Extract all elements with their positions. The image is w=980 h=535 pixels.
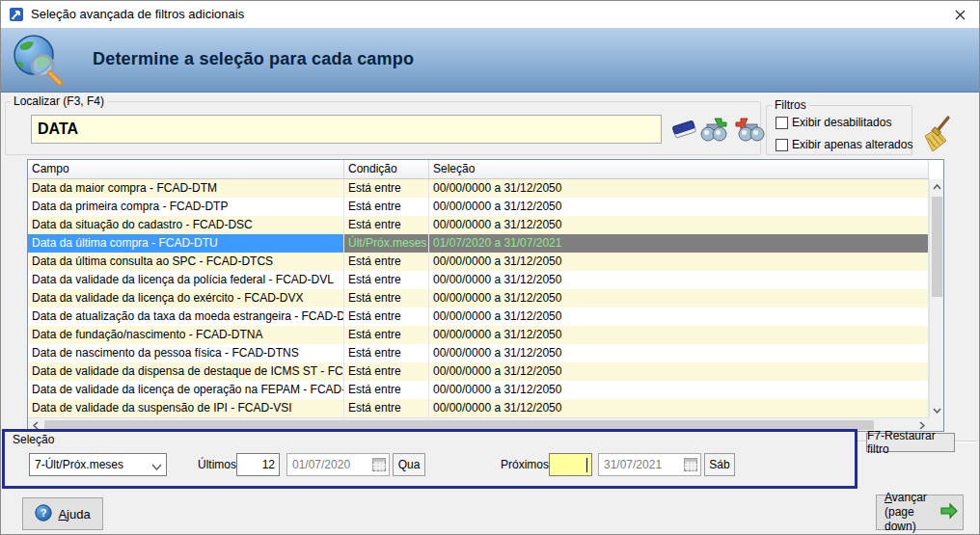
filtros-group-label: Filtros xyxy=(772,98,809,112)
cell-selecao[interactable]: 00/00/0000 a 31/12/2050 xyxy=(429,399,929,417)
broom-icon[interactable] xyxy=(919,115,954,159)
title-bar: Seleção avançada de filtros adicionais xyxy=(1,1,979,28)
cell-condicao[interactable]: Está entre xyxy=(344,326,429,344)
cell-selecao[interactable]: 00/00/0000 a 31/12/2050 xyxy=(429,289,929,308)
table-row[interactable]: Data da situação do cadastro - FCAD-DSC … xyxy=(28,216,929,234)
table-row[interactable]: Data de fundação/nascimento - FCAD-DTNA … xyxy=(28,326,929,344)
cell-campo[interactable]: Data de atualização da taxa da moeda est… xyxy=(28,308,344,326)
table-row[interactable]: Data de validade da suspensão de IPI - F… xyxy=(28,399,929,417)
cell-selecao[interactable]: 00/00/0000 a 31/12/2050 xyxy=(429,179,929,198)
table-row[interactable]: Data de nascimento da pessoa física - FC… xyxy=(28,344,929,362)
cell-campo[interactable]: Data de validade da dispensa de destaque… xyxy=(28,362,344,381)
cell-campo[interactable]: Data da maior compra - FCAD-DTM xyxy=(28,179,344,198)
checkbox-exibir-desabilitados-label[interactable]: Exibir desabilitados xyxy=(792,116,891,129)
cell-condicao[interactable]: Está entre xyxy=(344,308,429,326)
fields-table: Campo Condição Seleção Data da maior com… xyxy=(27,159,944,432)
proximos-input[interactable] xyxy=(549,453,592,476)
proximos-label: Próximos xyxy=(501,458,549,471)
chevron-down-icon xyxy=(151,460,162,473)
scroll-up-icon[interactable] xyxy=(930,179,944,194)
calendar-icon[interactable] xyxy=(684,458,697,474)
table-body: Data da maior compra - FCAD-DTM Está ent… xyxy=(28,179,929,417)
svg-text:?: ? xyxy=(41,507,47,519)
cell-condicao[interactable]: Últ/Próx.meses xyxy=(344,234,429,253)
binoculars-next-icon[interactable] xyxy=(699,117,730,147)
help-button-label: Ajuda xyxy=(58,507,90,522)
cell-campo[interactable]: Data da última consulta ao SPC - FCAD-DT… xyxy=(28,253,344,271)
cell-campo[interactable]: Data de validade da suspensão de IPI - F… xyxy=(28,399,344,417)
table-row[interactable]: Data de validade da dispensa de destaque… xyxy=(28,362,929,381)
help-button[interactable]: ? Ajuda xyxy=(22,497,103,530)
cell-condicao[interactable]: Está entre xyxy=(344,253,429,271)
cell-condicao[interactable]: Está entre xyxy=(344,381,429,399)
table-row[interactable]: Data da última consulta ao SPC - FCAD-DT… xyxy=(28,253,929,271)
end-date-field: 31/07/2021 xyxy=(598,453,701,476)
eraser-icon[interactable] xyxy=(670,119,699,147)
globe-search-icon xyxy=(9,32,65,92)
cell-condicao[interactable]: Está entre xyxy=(344,399,429,417)
calendar-icon[interactable] xyxy=(372,458,386,474)
cell-selecao[interactable]: 00/00/0000 a 31/12/2050 xyxy=(429,326,929,344)
scroll-down-icon[interactable] xyxy=(930,403,944,417)
table-row[interactable]: Data da última compra - FCAD-DTU Últ/Pró… xyxy=(28,234,929,253)
cell-campo[interactable]: Data da última compra - FCAD-DTU xyxy=(28,234,344,253)
vertical-scrollbar[interactable] xyxy=(929,179,943,417)
cell-selecao[interactable]: 00/00/0000 a 31/12/2050 xyxy=(429,344,929,362)
cell-condicao[interactable]: Está entre xyxy=(344,289,429,308)
table-row[interactable]: Data de atualização da taxa da moeda est… xyxy=(28,308,929,326)
cell-campo[interactable]: Data da validade da licença do exército … xyxy=(28,289,344,308)
window-icon xyxy=(9,7,24,22)
cell-condicao[interactable]: Está entre xyxy=(344,179,429,198)
cell-campo[interactable]: Data da primeira compra - FCAD-DTP xyxy=(28,198,344,216)
table-row[interactable]: Data de validade da licença de operação … xyxy=(28,381,929,399)
cell-selecao[interactable]: 00/00/0000 a 31/12/2050 xyxy=(429,381,929,399)
cell-selecao[interactable]: 00/00/0000 a 31/12/2050 xyxy=(429,253,929,271)
condition-type-dropdown[interactable]: 7-Últ/Próx.meses xyxy=(29,453,167,476)
vertical-scrollbar-thumb[interactable] xyxy=(932,197,942,297)
cell-selecao[interactable]: 00/00/0000 a 31/12/2050 xyxy=(429,198,929,216)
cell-condicao[interactable]: Está entre xyxy=(344,271,429,289)
page-title: Determine a seleção para cada campo xyxy=(93,49,414,69)
help-icon: ? xyxy=(35,504,52,524)
window-title: Seleção avançada de filtros adicionais xyxy=(31,7,244,21)
column-header-condicao[interactable]: Condição xyxy=(344,160,429,178)
cell-campo[interactable]: Data da situação do cadastro - FCAD-DSC xyxy=(28,216,344,234)
column-header-campo[interactable]: Campo xyxy=(28,160,344,178)
condition-type-value: 7-Últ/Próx.meses xyxy=(35,458,123,471)
search-input[interactable] xyxy=(31,115,662,144)
checkbox-exibir-apenas-alterados[interactable] xyxy=(776,139,788,151)
cell-condicao[interactable]: Está entre xyxy=(344,216,429,234)
cell-selecao[interactable]: 00/00/0000 a 31/12/2050 xyxy=(429,308,929,326)
table-row[interactable]: Data da primeira compra - FCAD-DTP Está … xyxy=(28,198,929,216)
text-caret xyxy=(586,458,587,472)
cell-campo[interactable]: Data de fundação/nascimento - FCAD-DTNA xyxy=(28,326,344,344)
cell-condicao[interactable]: Está entre xyxy=(344,344,429,362)
cell-selecao[interactable]: 00/00/0000 a 31/12/2050 xyxy=(429,362,929,381)
arrow-right-icon xyxy=(939,502,959,522)
table-row[interactable]: Data da maior compra - FCAD-DTM Está ent… xyxy=(28,179,929,198)
close-icon[interactable] xyxy=(950,6,969,23)
table-row[interactable]: Data da validade da licença do exército … xyxy=(28,289,929,308)
ultimos-input[interactable] xyxy=(236,453,280,476)
filtros-group: Filtros Exibir desabilitados Exibir apen… xyxy=(766,105,912,155)
cell-campo[interactable]: Data de validade da licença de operação … xyxy=(28,381,344,399)
checkbox-exibir-desabilitados[interactable] xyxy=(776,117,788,129)
cell-selecao[interactable]: 00/00/0000 a 31/12/2050 xyxy=(429,271,929,289)
checkbox-exibir-apenas-alterados-label[interactable]: Exibir apenas alterados xyxy=(792,138,912,151)
restore-filter-button[interactable]: F7-Restaurar filtro xyxy=(866,433,955,452)
cell-condicao[interactable]: Está entre xyxy=(344,362,429,381)
selecao-group-label: Seleção xyxy=(10,433,57,446)
cell-campo[interactable]: Data da validade da licença da polícia f… xyxy=(28,271,344,289)
cell-selecao[interactable]: 01/07/2020 a 31/07/2021 xyxy=(429,234,929,253)
advance-button[interactable]: Avançar (page down) xyxy=(876,495,964,530)
dialog-window: Seleção avançada de filtros adicionais xyxy=(0,0,980,535)
table-row[interactable]: Data da validade da licença da polícia f… xyxy=(28,271,929,289)
binoculars-previous-icon[interactable] xyxy=(734,117,765,147)
cell-selecao[interactable]: 00/00/0000 a 31/12/2050 xyxy=(429,216,929,234)
localizar-group: Localizar (F3, F4) xyxy=(5,101,761,155)
cell-condicao[interactable]: Está entre xyxy=(344,198,429,216)
column-header-selecao[interactable]: Seleção xyxy=(429,160,929,178)
cell-campo[interactable]: Data de nascimento da pessoa física - FC… xyxy=(28,344,344,362)
header-banner: Determine a seleção para cada campo xyxy=(1,28,979,93)
advance-button-label: Avançar (page down) xyxy=(885,491,936,534)
